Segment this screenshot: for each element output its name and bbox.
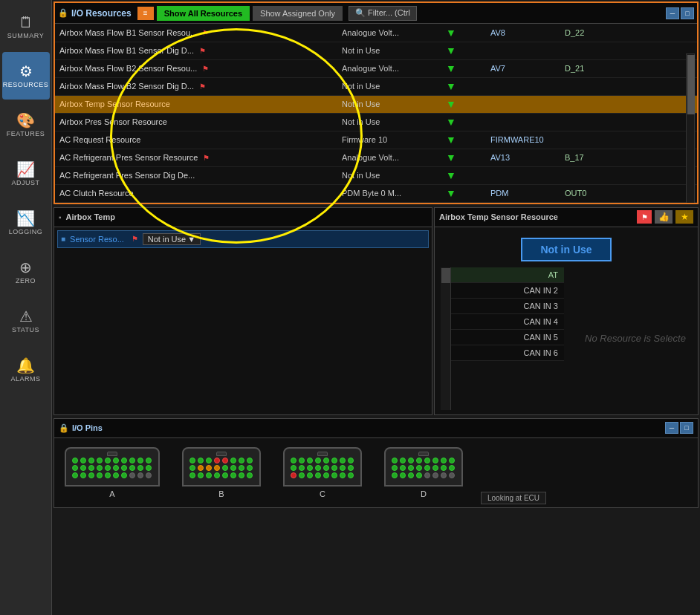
- sidebar-item-adjust[interactable]: 📈 ADJUST: [2, 150, 50, 198]
- pin: [416, 472, 422, 478]
- pin: [348, 472, 354, 478]
- dropdown-arrow-icon[interactable]: ▼: [446, 187, 456, 199]
- io-resources-header: 🔒 I/O Resources ≡ Show All Resources Sho…: [55, 3, 697, 24]
- status-icon: ⚠: [19, 309, 33, 324]
- resource-arrow-cell[interactable]: ▼: [441, 184, 486, 202]
- table-row[interactable]: AC Request ResourceFirmware 10▼FIRMWARE1…: [55, 131, 697, 149]
- table-row[interactable]: AC Refrigerant Pres Sensor Dig De...Not …: [55, 166, 697, 184]
- show-all-resources-button[interactable]: Show All Resources: [157, 6, 250, 21]
- table-row[interactable]: Airbox Pres Sensor ResourceNot in Use▼: [55, 113, 697, 131]
- pin: [441, 472, 447, 478]
- dropdown-item[interactable]: CAN IN 5: [451, 330, 564, 345]
- sidebar-item-alarms[interactable]: 🔔 ALARMS: [2, 346, 50, 394]
- connector-b: B: [182, 447, 261, 498]
- pin: [72, 458, 78, 463]
- pin: [198, 472, 204, 478]
- pin: [432, 465, 438, 471]
- hamburger-button[interactable]: ≡: [137, 7, 154, 20]
- table-row[interactable]: AC Refrigerant Pres Sensor Resource ⚑Ana…: [55, 149, 697, 166]
- resource-arrow-cell[interactable]: ▼: [441, 149, 486, 166]
- flag-icon: ⚑: [200, 29, 209, 37]
- resource-arrow-cell[interactable]: ▼: [441, 131, 486, 149]
- resource-arrow-cell[interactable]: ▼: [441, 95, 486, 113]
- scroll-bar[interactable]: [686, 53, 695, 203]
- filter-button[interactable]: 🔍 Filter... (Ctrl: [349, 6, 417, 21]
- not-in-use-big-button[interactable]: Not in Use: [521, 238, 611, 261]
- thumbsup-button[interactable]: 👍: [655, 210, 673, 224]
- sidebar-item-zero[interactable]: ⊕ ZERO: [2, 248, 50, 296]
- maximize-button[interactable]: □: [681, 7, 694, 19]
- dropdown-list: ATCAN IN 2CAN IN 3CAN IN 4CAN IN 5CAN IN…: [441, 267, 692, 410]
- sidebar-label-zero: ZERO: [16, 277, 36, 284]
- resource-arrow-cell[interactable]: ▼: [441, 42, 486, 59]
- pin: [214, 472, 220, 478]
- resource-arrow-cell[interactable]: ▼: [441, 59, 486, 77]
- dropdown-arrow-icon[interactable]: ▼: [446, 134, 456, 146]
- flag-button[interactable]: ⚑: [637, 210, 652, 224]
- pin: [230, 465, 236, 471]
- pin: [449, 472, 455, 478]
- sidebar-item-features[interactable]: 🎨 FEATURES: [2, 101, 50, 149]
- dropdown-arrow-icon[interactable]: ▼: [446, 116, 456, 128]
- minimize-button[interactable]: ─: [666, 7, 679, 19]
- pin: [348, 458, 354, 463]
- pin: [247, 472, 253, 478]
- not-in-use-badge[interactable]: Not in Use ▼: [143, 233, 201, 245]
- resource-arrow-cell[interactable]: ▼: [441, 113, 486, 131]
- sidebar-item-resources[interactable]: ⚙ RESOURCES: [2, 52, 50, 100]
- summary-icon: 🗒: [19, 15, 33, 30]
- left-scrollbar[interactable]: [441, 267, 451, 410]
- table-row[interactable]: Airbox Mass Flow B1 Sensor Dig D... ⚑Not…: [55, 42, 697, 59]
- star-button[interactable]: ★: [675, 210, 693, 224]
- dropdown-item[interactable]: AT: [451, 267, 564, 283]
- sidebar-item-logging[interactable]: 📉 LOGGING: [2, 199, 50, 247]
- pin: [340, 458, 346, 463]
- sidebar-item-summary[interactable]: 🗒 SUMMARY: [2, 3, 50, 51]
- table-row[interactable]: Airbox Mass Flow B2 Sensor Dig D... ⚑Not…: [55, 77, 697, 95]
- dropdown-arrow-icon[interactable]: ▼: [446, 98, 456, 110]
- flag-icon: ⚑: [201, 154, 210, 162]
- pin: [315, 465, 321, 471]
- connector-b-body: [182, 447, 261, 487]
- alarms-icon: 🔔: [16, 358, 35, 373]
- pin: [88, 465, 94, 471]
- dropdown-item[interactable]: CAN IN 3: [451, 299, 564, 314]
- pin: [424, 465, 430, 471]
- pin: [88, 472, 94, 478]
- pin: [214, 458, 220, 463]
- flag-icon: ⚑: [200, 65, 209, 73]
- table-row[interactable]: AC Clutch ResourcePDM Byte 0 M...▼PDMOUT…: [55, 184, 697, 202]
- pin: [424, 472, 430, 478]
- pins-minimize-button[interactable]: ─: [665, 422, 678, 434]
- dropdown-arrow-icon[interactable]: ▼: [446, 80, 456, 92]
- dropdown-item[interactable]: CAN IN 6: [451, 345, 564, 361]
- sidebar-item-status[interactable]: ⚠ STATUS: [2, 297, 50, 345]
- resource-type-cell: Not in Use: [337, 42, 441, 59]
- pin: [113, 472, 119, 478]
- sensor-resource-label[interactable]: Sensor Reso...: [70, 235, 124, 244]
- dropdown-items: ATCAN IN 2CAN IN 3CAN IN 4CAN IN 5CAN IN…: [451, 267, 564, 410]
- resource-arrow-cell[interactable]: ▼: [441, 24, 486, 42]
- resource-arrow-cell[interactable]: ▼: [441, 166, 486, 184]
- dropdown-item[interactable]: CAN IN 4: [451, 314, 564, 330]
- dropdown-arrow-icon[interactable]: ▼: [446, 169, 456, 181]
- table-row[interactable]: Airbox Temp Sensor ResourceNot in Use▼: [55, 95, 697, 113]
- show-assigned-button[interactable]: Show Assigned Only: [253, 6, 343, 21]
- resource-type-cell: Analogue Volt...: [337, 59, 441, 77]
- dropdown-arrow-icon[interactable]: ▼: [446, 27, 456, 39]
- dropdown-arrow: ▼: [187, 235, 195, 244]
- pin: [121, 465, 127, 471]
- dropdown-arrow-icon[interactable]: ▼: [446, 45, 456, 56]
- middle-section: ▪ Airbox Temp ■ Sensor Reso... ⚑ Not in …: [54, 207, 699, 415]
- dropdown-arrow-icon[interactable]: ▼: [446, 62, 456, 74]
- io-resources-panel: 🔒 I/O Resources ≡ Show All Resources Sho…: [54, 1, 699, 204]
- pins-maximize-button[interactable]: □: [680, 422, 693, 434]
- table-row[interactable]: Airbox Mass Flow B2 Sensor Resou... ⚑Ana…: [55, 59, 697, 77]
- dropdown-arrow-icon[interactable]: ▼: [446, 152, 456, 163]
- sensor-resource-panel: Airbox Temp Sensor Resource ⚑ 👍 ★ Not in…: [434, 207, 699, 415]
- resource-arrow-cell[interactable]: ▼: [441, 77, 486, 95]
- table-row[interactable]: Airbox Mass Flow B1 Sensor Resou... ⚑Ana…: [55, 24, 697, 42]
- pin: [392, 465, 398, 471]
- collapse-icon[interactable]: ▪: [59, 213, 62, 221]
- dropdown-item[interactable]: CAN IN 2: [451, 283, 564, 299]
